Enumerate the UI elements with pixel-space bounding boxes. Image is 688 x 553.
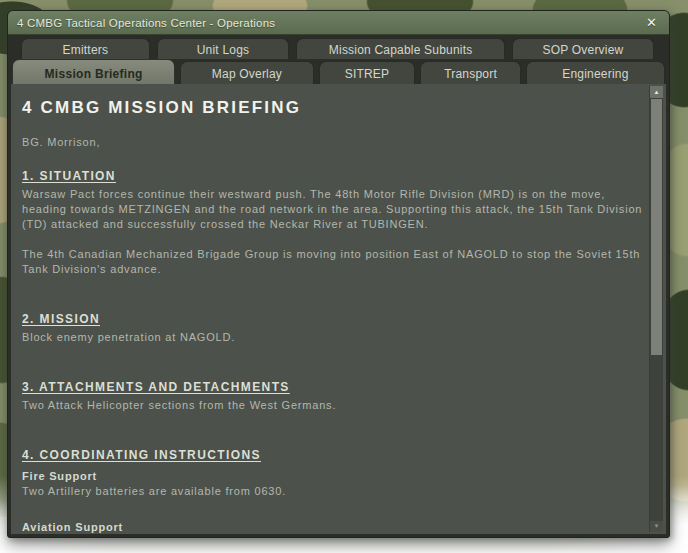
tab-sitrep[interactable]: SITREP xyxy=(319,61,416,84)
section-title-attachments: 3. ATTACHMENTS AND DETACHMENTS xyxy=(22,380,290,395)
tab-emitters[interactable]: Emitters xyxy=(21,38,150,59)
tab-unit-logs[interactable]: Unit Logs xyxy=(157,38,290,59)
situation-paragraph-1: Warsaw Pact forces continue their westwa… xyxy=(22,187,646,232)
section-title-coordinating: 4. COORDINATING INSTRUCTIONS xyxy=(22,448,261,463)
attachments-paragraph: Two Attack Helicopter sections from the … xyxy=(22,398,646,413)
tab-row-upper: Emitters Unit Logs Mission Capable Subun… xyxy=(21,38,654,59)
window-titlebar[interactable]: 4 CMBG Tactical Operations Center - Oper… xyxy=(8,11,669,35)
tab-row-lower: Mission Briefing Map Overlay SITREP Tran… xyxy=(12,61,665,84)
mission-briefing-document: 4 CMBG MISSION BRIEFING BG. Morrison, 1.… xyxy=(11,84,646,534)
scrollbar-up-icon[interactable]: ▲ xyxy=(650,86,663,98)
tab-mission-capable-subunits[interactable]: Mission Capable Subunits xyxy=(296,38,505,59)
tab-map-overlay[interactable]: Map Overlay xyxy=(180,61,313,84)
section-title-situation: 1. SITUATION xyxy=(22,169,116,184)
tab-strip: Emitters Unit Logs Mission Capable Subun… xyxy=(8,35,669,84)
briefing-content-panel: 4 CMBG MISSION BRIEFING BG. Morrison, 1.… xyxy=(11,84,666,534)
situation-paragraph-2: The 4th Canadian Mechanized Brigade Grou… xyxy=(22,247,646,277)
vertical-scrollbar[interactable]: ▲ ▼ xyxy=(649,86,663,532)
tab-mission-briefing[interactable]: Mission Briefing xyxy=(12,59,175,84)
scrollbar-down-icon[interactable]: ▼ xyxy=(650,521,663,532)
briefing-salutation: BG. Morrison, xyxy=(22,135,646,150)
briefing-heading: 4 CMBG MISSION BRIEFING xyxy=(22,98,646,118)
tab-sop-overview[interactable]: SOP Overview xyxy=(512,38,654,59)
aviation-support-label: Aviation Support xyxy=(22,520,646,534)
fire-support-label: Fire Support xyxy=(22,469,646,484)
fire-support-text: Two Artillery batteries are available fr… xyxy=(22,484,646,499)
tab-transport[interactable]: Transport xyxy=(420,61,521,84)
tactical-operations-window: 4 CMBG Tactical Operations Center - Oper… xyxy=(7,10,670,538)
scrollbar-thumb[interactable] xyxy=(651,99,662,355)
tab-engineering[interactable]: Engineering xyxy=(526,61,665,84)
close-icon[interactable]: ✕ xyxy=(644,14,659,31)
mission-paragraph: Block enemy penetration at NAGOLD. xyxy=(22,330,646,345)
section-title-mission: 2. MISSION xyxy=(22,312,100,327)
window-title: 4 CMBG Tactical Operations Center - Oper… xyxy=(17,17,644,29)
